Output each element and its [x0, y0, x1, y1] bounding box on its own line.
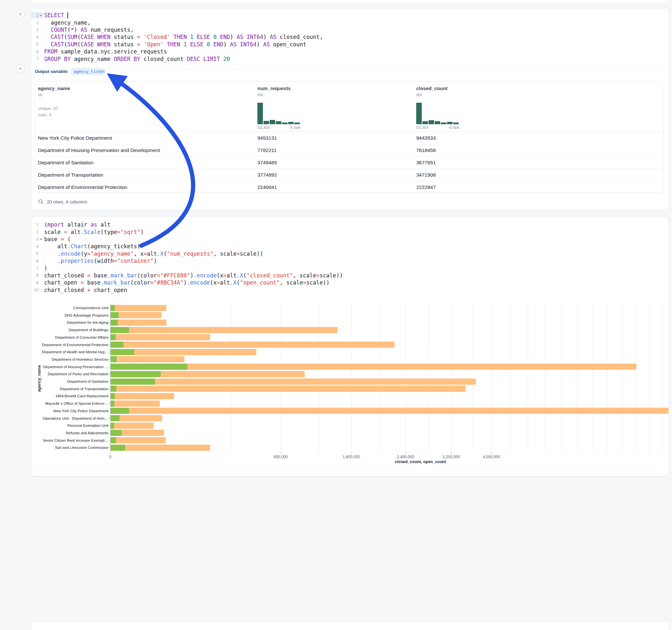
- code-token: COUNT: [51, 27, 67, 33]
- chart-bar-closed_count: [110, 445, 210, 451]
- gridline: [636, 304, 636, 453]
- code-token: "#FFC080": [160, 272, 190, 279]
- line-number: 5: [31, 41, 43, 48]
- code-token: [164, 41, 167, 48]
- code-token: GROUP BY: [44, 56, 71, 62]
- code-token: AS: [263, 41, 270, 48]
- histogram-min-label: 53,304: [416, 125, 429, 130]
- chart-bar-closed_count: [110, 422, 154, 429]
- column-histogram: 53,3049.4e6: [416, 103, 459, 130]
- code-text: .properties(width="container"): [44, 258, 157, 264]
- code-token: open_count: [270, 41, 306, 48]
- code-text: chart_closed + chart_open: [44, 287, 127, 293]
- code-token: [44, 27, 51, 33]
- line-number: 6: [31, 48, 43, 55]
- code-token: CASE: [81, 41, 94, 48]
- histogram-min-label: 53,304: [257, 125, 270, 130]
- code-line: 2 agency_name,: [31, 19, 668, 26]
- code-token: =: [150, 280, 154, 286]
- code-token: SELECT: [44, 12, 64, 19]
- code-token: [200, 56, 203, 62]
- code-line: 3base = (: [31, 236, 668, 243]
- add-cell-button[interactable]: +: [16, 10, 25, 19]
- table-body: New York City Police Department945313194…: [35, 132, 664, 193]
- code-token: FROM: [44, 48, 57, 55]
- fold-caret-icon[interactable]: [39, 237, 43, 241]
- line-number: 10: [31, 287, 43, 293]
- code-text: chart_closed = base.mark_bar(color="#FFC…: [44, 272, 343, 279]
- code-token: base: [44, 236, 61, 242]
- code-token: [243, 34, 246, 40]
- x-axis-tick-label: 3,200,000: [442, 455, 460, 459]
- code-token: LIMIT: [203, 56, 220, 62]
- histogram-bar: [447, 122, 453, 124]
- code-token: 1: [184, 41, 187, 48]
- code-token: [44, 250, 57, 257]
- chart-bar-open_count: [110, 430, 122, 436]
- code-token: THEN: [167, 41, 180, 48]
- y-axis-tick: [108, 308, 110, 308]
- table-row: Department of Sanitation37494853677651: [35, 156, 664, 169]
- chart-bar-closed_count: [110, 312, 162, 318]
- chart-bar-open_count: [110, 379, 155, 385]
- code-token: .Chart: [67, 243, 87, 249]
- gridline: [451, 304, 452, 453]
- code-token: (: [64, 34, 67, 40]
- code-token: =: [303, 280, 306, 286]
- histogram-bar: [264, 121, 269, 124]
- output-variable-chip[interactable]: agency_tickets: [71, 68, 104, 75]
- code-token: num_requests,: [87, 27, 134, 33]
- code-line: 1import altair as alt: [31, 221, 668, 228]
- y-axis-label: HRA Benefit Card Replacement: [56, 394, 108, 398]
- line-number-text: 7: [36, 56, 39, 61]
- fold-caret-icon[interactable]: [39, 13, 43, 18]
- line-number-text: 6: [36, 49, 39, 54]
- code-token: alt: [97, 221, 111, 228]
- table-row: Department of Transportation377489234719…: [35, 169, 664, 181]
- code-token: =: [87, 250, 91, 257]
- code-token: scale)): [320, 272, 343, 279]
- line-number: 9: [31, 280, 43, 286]
- fold-caret-spacer: [39, 223, 43, 227]
- gridline: [491, 304, 492, 453]
- table-cell-num_requests: 7782211: [257, 147, 277, 153]
- code-token: chart_closed: [44, 287, 87, 293]
- code-token: (agency_tickets): [87, 243, 140, 249]
- line-number: 2: [31, 229, 43, 235]
- chart-bar-closed_count: [110, 342, 394, 348]
- chart-bar-open_count: [110, 422, 114, 429]
- previous-cell-edge: [31, 0, 669, 3]
- chart-bar-open_count: [110, 356, 117, 362]
- code-token: [44, 258, 57, 264]
- add-cell-button[interactable]: +: [16, 64, 25, 73]
- line-number: 1: [31, 221, 43, 228]
- code-token: 'Closed': [144, 34, 170, 40]
- y-axis-tick: [108, 352, 110, 352]
- gridline: [319, 304, 319, 453]
- fold-caret-spacer: [39, 244, 43, 248]
- code-text: .encode(y="agency_name", x=alt.X("num_re…: [44, 250, 263, 257]
- code-token: =: [217, 280, 220, 286]
- sql-code-editor[interactable]: 1SELECT 2 agency_name,3 COUNT(*) AS num_…: [31, 8, 668, 69]
- code-token: alt: [220, 280, 230, 286]
- search-icon[interactable]: [38, 199, 44, 204]
- x-axis-tick-label: 1,600,000: [343, 455, 360, 459]
- y-axis-tick: [108, 411, 110, 411]
- code-token: ): [257, 41, 263, 48]
- code-token: scale: [44, 229, 64, 235]
- line-number: 3: [31, 236, 43, 242]
- fold-caret-spacer: [39, 50, 43, 54]
- code-line: 4 CAST(SUM(CASE WHEN status = 'Closed' T…: [31, 33, 668, 41]
- histogram-bar: [423, 121, 428, 124]
- y-axis-label: Refunds and Adjustments: [66, 431, 108, 435]
- histogram-bar: [276, 121, 281, 124]
- python-code-editor[interactable]: 1import altair as alt2scale = alt.Scale(…: [31, 217, 668, 299]
- code-line: 8chart_closed = base.mark_bar(color="#FF…: [31, 272, 668, 279]
- code-token: SUM: [67, 34, 77, 40]
- code-token: =: [61, 236, 64, 242]
- y-axis-tick: [108, 382, 110, 382]
- line-number: 6: [31, 258, 43, 264]
- results-table[interactable]: agency_namestrunique: 20nulls: 0num_requ…: [35, 81, 664, 193]
- line-number-text: 1: [36, 13, 39, 18]
- chart-bar-closed_count: [110, 364, 637, 370]
